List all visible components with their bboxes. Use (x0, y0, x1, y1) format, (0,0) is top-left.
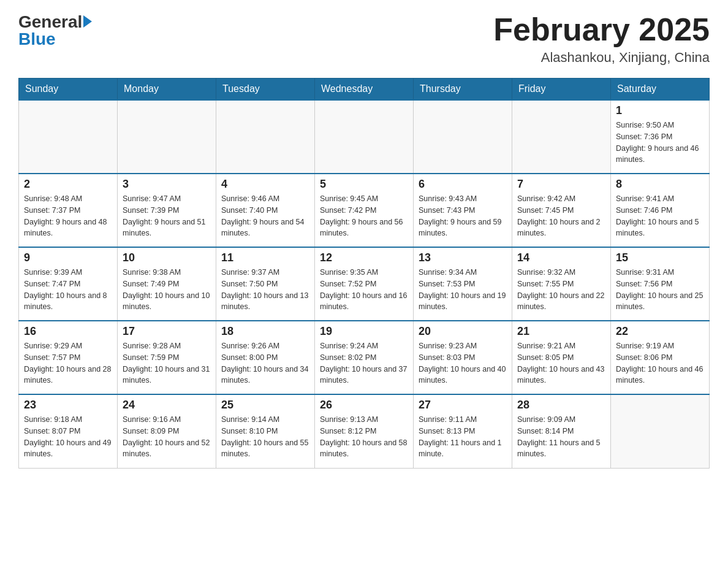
day-number: 9 (24, 251, 112, 264)
calendar-cell (512, 100, 611, 174)
calendar-cell: 7Sunrise: 9:42 AMSunset: 7:45 PMDaylight… (512, 174, 611, 247)
day-header-tuesday: Tuesday (216, 79, 315, 101)
day-info: Sunrise: 9:31 AMSunset: 7:56 PMDaylight:… (616, 267, 704, 313)
day-info: Sunrise: 9:45 AMSunset: 7:42 PMDaylight:… (320, 193, 408, 239)
day-number: 27 (419, 399, 507, 412)
day-info: Sunrise: 9:42 AMSunset: 7:45 PMDaylight:… (517, 193, 605, 239)
day-number: 13 (419, 251, 507, 264)
month-title: February 2025 (493, 12, 710, 47)
calendar-cell: 3Sunrise: 9:47 AMSunset: 7:39 PMDaylight… (118, 174, 216, 247)
day-info: Sunrise: 9:19 AMSunset: 8:06 PMDaylight:… (616, 340, 704, 386)
day-info: Sunrise: 9:50 AMSunset: 7:36 PMDaylight:… (616, 120, 704, 166)
day-number: 21 (517, 325, 605, 338)
day-number: 20 (419, 325, 507, 338)
day-number: 5 (320, 178, 408, 191)
calendar-cell: 14Sunrise: 9:32 AMSunset: 7:55 PMDayligh… (512, 247, 611, 321)
day-number: 15 (616, 251, 704, 264)
week-row-5: 23Sunrise: 9:18 AMSunset: 8:07 PMDayligh… (19, 394, 710, 468)
day-header-thursday: Thursday (414, 79, 512, 101)
day-number: 4 (221, 178, 309, 191)
day-number: 8 (616, 178, 704, 191)
calendar-cell: 9Sunrise: 9:39 AMSunset: 7:47 PMDaylight… (19, 247, 118, 321)
day-header-saturday: Saturday (611, 79, 710, 101)
calendar-cell: 24Sunrise: 9:16 AMSunset: 8:09 PMDayligh… (118, 394, 216, 468)
calendar-header-row: SundayMondayTuesdayWednesdayThursdayFrid… (19, 79, 710, 101)
day-info: Sunrise: 9:09 AMSunset: 8:14 PMDaylight:… (517, 414, 605, 460)
calendar-cell: 23Sunrise: 9:18 AMSunset: 8:07 PMDayligh… (19, 394, 118, 468)
day-info: Sunrise: 9:13 AMSunset: 8:12 PMDaylight:… (320, 414, 408, 460)
calendar-cell: 15Sunrise: 9:31 AMSunset: 7:56 PMDayligh… (611, 247, 710, 321)
calendar-cell: 26Sunrise: 9:13 AMSunset: 8:12 PMDayligh… (315, 394, 414, 468)
day-number: 28 (517, 399, 605, 412)
calendar-cell: 4Sunrise: 9:46 AMSunset: 7:40 PMDaylight… (216, 174, 315, 247)
day-info: Sunrise: 9:34 AMSunset: 7:53 PMDaylight:… (419, 267, 507, 313)
calendar-cell: 18Sunrise: 9:26 AMSunset: 8:00 PMDayligh… (216, 321, 315, 394)
day-info: Sunrise: 9:21 AMSunset: 8:05 PMDaylight:… (517, 340, 605, 386)
calendar-cell: 11Sunrise: 9:37 AMSunset: 7:50 PMDayligh… (216, 247, 315, 321)
location-label: Alashankou, Xinjiang, China (493, 50, 710, 66)
calendar-cell (315, 100, 414, 174)
page-header: General Blue February 2025 Alashankou, X… (18, 12, 710, 66)
calendar-cell: 13Sunrise: 9:34 AMSunset: 7:53 PMDayligh… (414, 247, 512, 321)
calendar-cell (414, 100, 512, 174)
logo-blue: Blue (18, 29, 56, 49)
calendar-cell (216, 100, 315, 174)
calendar-cell: 21Sunrise: 9:21 AMSunset: 8:05 PMDayligh… (512, 321, 611, 394)
day-info: Sunrise: 9:11 AMSunset: 8:13 PMDaylight:… (419, 414, 507, 460)
calendar-cell (19, 100, 118, 174)
day-number: 26 (320, 399, 408, 412)
week-row-3: 9Sunrise: 9:39 AMSunset: 7:47 PMDaylight… (19, 247, 710, 321)
calendar-cell: 17Sunrise: 9:28 AMSunset: 7:59 PMDayligh… (118, 321, 216, 394)
day-header-sunday: Sunday (19, 79, 118, 101)
day-number: 6 (419, 178, 507, 191)
day-header-wednesday: Wednesday (315, 79, 414, 101)
day-number: 2 (24, 178, 112, 191)
day-info: Sunrise: 9:26 AMSunset: 8:00 PMDaylight:… (221, 340, 309, 386)
day-header-monday: Monday (118, 79, 216, 101)
day-info: Sunrise: 9:18 AMSunset: 8:07 PMDaylight:… (24, 414, 112, 460)
day-info: Sunrise: 9:39 AMSunset: 7:47 PMDaylight:… (24, 267, 112, 313)
calendar-table: SundayMondayTuesdayWednesdayThursdayFrid… (18, 78, 710, 469)
calendar-cell (118, 100, 216, 174)
day-info: Sunrise: 9:23 AMSunset: 8:03 PMDaylight:… (419, 340, 507, 386)
day-number: 12 (320, 251, 408, 264)
day-info: Sunrise: 9:43 AMSunset: 7:43 PMDaylight:… (419, 193, 507, 239)
calendar-cell: 27Sunrise: 9:11 AMSunset: 8:13 PMDayligh… (414, 394, 512, 468)
day-info: Sunrise: 9:14 AMSunset: 8:10 PMDaylight:… (221, 414, 309, 460)
day-number: 11 (221, 251, 309, 264)
logo-arrow-icon (83, 15, 92, 28)
day-number: 24 (123, 399, 211, 412)
day-info: Sunrise: 9:35 AMSunset: 7:52 PMDaylight:… (320, 267, 408, 313)
day-number: 14 (517, 251, 605, 264)
day-info: Sunrise: 9:48 AMSunset: 7:37 PMDaylight:… (24, 193, 112, 239)
calendar-cell: 22Sunrise: 9:19 AMSunset: 8:06 PMDayligh… (611, 321, 710, 394)
day-info: Sunrise: 9:41 AMSunset: 7:46 PMDaylight:… (616, 193, 704, 239)
day-number: 1 (616, 104, 704, 117)
day-number: 19 (320, 325, 408, 338)
title-section: February 2025 Alashankou, Xinjiang, Chin… (493, 12, 710, 66)
day-number: 22 (616, 325, 704, 338)
day-info: Sunrise: 9:46 AMSunset: 7:40 PMDaylight:… (221, 193, 309, 239)
calendar-cell: 12Sunrise: 9:35 AMSunset: 7:52 PMDayligh… (315, 247, 414, 321)
logo: General Blue (18, 12, 92, 49)
week-row-4: 16Sunrise: 9:29 AMSunset: 7:57 PMDayligh… (19, 321, 710, 394)
day-info: Sunrise: 9:24 AMSunset: 8:02 PMDaylight:… (320, 340, 408, 386)
day-number: 17 (123, 325, 211, 338)
calendar-cell: 16Sunrise: 9:29 AMSunset: 7:57 PMDayligh… (19, 321, 118, 394)
day-number: 23 (24, 399, 112, 412)
calendar-cell: 19Sunrise: 9:24 AMSunset: 8:02 PMDayligh… (315, 321, 414, 394)
day-info: Sunrise: 9:38 AMSunset: 7:49 PMDaylight:… (123, 267, 211, 313)
day-number: 25 (221, 399, 309, 412)
calendar-cell: 10Sunrise: 9:38 AMSunset: 7:49 PMDayligh… (118, 247, 216, 321)
day-number: 16 (24, 325, 112, 338)
week-row-1: 1Sunrise: 9:50 AMSunset: 7:36 PMDaylight… (19, 100, 710, 174)
calendar-cell: 1Sunrise: 9:50 AMSunset: 7:36 PMDaylight… (611, 100, 710, 174)
day-info: Sunrise: 9:32 AMSunset: 7:55 PMDaylight:… (517, 267, 605, 313)
day-number: 10 (123, 251, 211, 264)
day-header-friday: Friday (512, 79, 611, 101)
week-row-2: 2Sunrise: 9:48 AMSunset: 7:37 PMDaylight… (19, 174, 710, 247)
day-info: Sunrise: 9:47 AMSunset: 7:39 PMDaylight:… (123, 193, 211, 239)
calendar-cell (611, 394, 710, 468)
day-info: Sunrise: 9:29 AMSunset: 7:57 PMDaylight:… (24, 340, 112, 386)
day-info: Sunrise: 9:37 AMSunset: 7:50 PMDaylight:… (221, 267, 309, 313)
